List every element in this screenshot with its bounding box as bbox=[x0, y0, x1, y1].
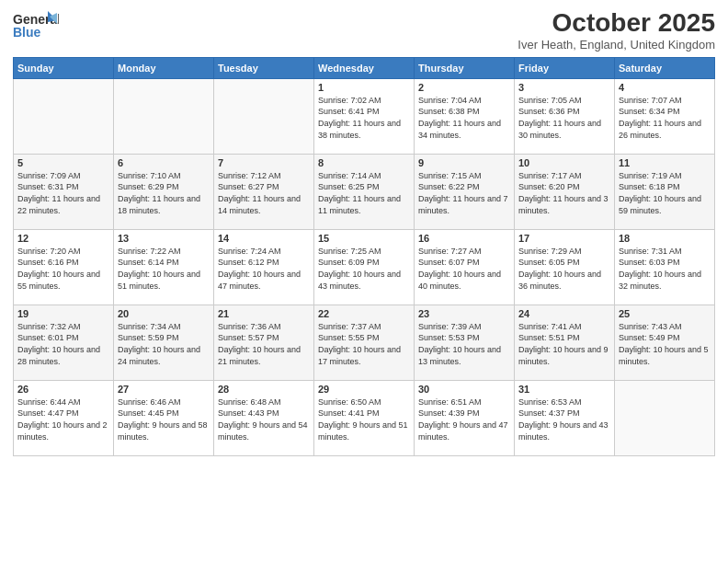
day-info: Sunrise: 7:07 AM Sunset: 6:34 PM Dayligh… bbox=[619, 95, 711, 141]
day-number: 17 bbox=[518, 233, 610, 244]
day-info: Sunrise: 6:51 AM Sunset: 4:39 PM Dayligh… bbox=[418, 396, 510, 442]
day-info: Sunrise: 7:09 AM Sunset: 6:31 PM Dayligh… bbox=[17, 170, 109, 216]
day-info: Sunrise: 7:27 AM Sunset: 6:07 PM Dayligh… bbox=[418, 246, 510, 292]
day-info: Sunrise: 7:31 AM Sunset: 6:03 PM Dayligh… bbox=[619, 246, 711, 292]
day-number: 15 bbox=[318, 233, 410, 244]
header-row: Sunday Monday Tuesday Wednesday Thursday… bbox=[14, 57, 715, 78]
week-row-4: 26Sunrise: 6:44 AM Sunset: 4:47 PM Dayli… bbox=[14, 380, 715, 455]
day-info: Sunrise: 7:25 AM Sunset: 6:09 PM Dayligh… bbox=[318, 246, 410, 292]
header-thursday: Thursday bbox=[415, 57, 515, 78]
calendar-cell: 16Sunrise: 7:27 AM Sunset: 6:07 PM Dayli… bbox=[415, 229, 515, 304]
calendar-cell: 25Sunrise: 7:43 AM Sunset: 5:49 PM Dayli… bbox=[615, 304, 715, 380]
day-info: Sunrise: 7:37 AM Sunset: 5:55 PM Dayligh… bbox=[318, 321, 410, 367]
calendar-cell: 17Sunrise: 7:29 AM Sunset: 6:05 PM Dayli… bbox=[515, 229, 615, 304]
page: GeneralBlue October 2025 Iver Heath, Eng… bbox=[0, 0, 728, 563]
day-number: 7 bbox=[218, 157, 310, 168]
day-info: Sunrise: 6:48 AM Sunset: 4:43 PM Dayligh… bbox=[218, 396, 310, 442]
day-number: 27 bbox=[118, 384, 210, 395]
day-info: Sunrise: 6:46 AM Sunset: 4:45 PM Dayligh… bbox=[118, 396, 210, 442]
day-info: Sunrise: 7:15 AM Sunset: 6:22 PM Dayligh… bbox=[418, 170, 510, 216]
day-number: 23 bbox=[418, 308, 510, 319]
day-info: Sunrise: 7:39 AM Sunset: 5:53 PM Dayligh… bbox=[418, 321, 510, 367]
calendar-cell: 8Sunrise: 7:14 AM Sunset: 6:25 PM Daylig… bbox=[314, 154, 415, 229]
calendar-cell bbox=[615, 380, 715, 455]
month-title: October 2025 bbox=[518, 9, 715, 38]
day-number: 18 bbox=[619, 233, 711, 244]
day-info: Sunrise: 6:44 AM Sunset: 4:47 PM Dayligh… bbox=[17, 396, 109, 442]
day-number: 9 bbox=[418, 157, 510, 168]
calendar-cell: 29Sunrise: 6:50 AM Sunset: 4:41 PM Dayli… bbox=[314, 380, 415, 455]
day-info: Sunrise: 7:02 AM Sunset: 6:41 PM Dayligh… bbox=[318, 95, 410, 141]
calendar-cell: 19Sunrise: 7:32 AM Sunset: 6:01 PM Dayli… bbox=[14, 304, 114, 380]
day-number: 14 bbox=[218, 233, 310, 244]
calendar-cell: 3Sunrise: 7:05 AM Sunset: 6:36 PM Daylig… bbox=[515, 78, 615, 154]
header-friday: Friday bbox=[515, 57, 615, 78]
calendar-cell: 20Sunrise: 7:34 AM Sunset: 5:59 PM Dayli… bbox=[114, 304, 214, 380]
calendar-cell: 18Sunrise: 7:31 AM Sunset: 6:03 PM Dayli… bbox=[615, 229, 715, 304]
day-number: 31 bbox=[518, 384, 610, 395]
day-info: Sunrise: 7:04 AM Sunset: 6:38 PM Dayligh… bbox=[418, 95, 510, 141]
calendar-table: Sunday Monday Tuesday Wednesday Thursday… bbox=[13, 57, 715, 456]
day-number: 25 bbox=[619, 308, 711, 319]
calendar-header: Sunday Monday Tuesday Wednesday Thursday… bbox=[14, 57, 715, 78]
day-number: 22 bbox=[318, 308, 410, 319]
day-number: 12 bbox=[17, 233, 109, 244]
day-number: 3 bbox=[518, 82, 610, 93]
calendar-cell: 7Sunrise: 7:12 AM Sunset: 6:27 PM Daylig… bbox=[214, 154, 314, 229]
day-info: Sunrise: 7:34 AM Sunset: 5:59 PM Dayligh… bbox=[118, 321, 210, 367]
week-row-2: 12Sunrise: 7:20 AM Sunset: 6:16 PM Dayli… bbox=[14, 229, 715, 304]
calendar-cell: 22Sunrise: 7:37 AM Sunset: 5:55 PM Dayli… bbox=[314, 304, 415, 380]
day-number: 1 bbox=[318, 82, 410, 93]
header-wednesday: Wednesday bbox=[314, 57, 415, 78]
day-info: Sunrise: 7:36 AM Sunset: 5:57 PM Dayligh… bbox=[218, 321, 310, 367]
day-number: 29 bbox=[318, 384, 410, 395]
day-info: Sunrise: 7:41 AM Sunset: 5:51 PM Dayligh… bbox=[518, 321, 610, 367]
location: Iver Heath, England, United Kingdom bbox=[518, 38, 715, 52]
day-info: Sunrise: 7:24 AM Sunset: 6:12 PM Dayligh… bbox=[218, 246, 310, 292]
day-number: 2 bbox=[418, 82, 510, 93]
calendar-cell: 9Sunrise: 7:15 AM Sunset: 6:22 PM Daylig… bbox=[415, 154, 515, 229]
day-info: Sunrise: 7:12 AM Sunset: 6:27 PM Dayligh… bbox=[218, 170, 310, 216]
day-number: 16 bbox=[418, 233, 510, 244]
header-monday: Monday bbox=[114, 57, 214, 78]
day-number: 19 bbox=[17, 308, 109, 319]
header-saturday: Saturday bbox=[615, 57, 715, 78]
day-number: 30 bbox=[418, 384, 510, 395]
calendar-cell: 21Sunrise: 7:36 AM Sunset: 5:57 PM Dayli… bbox=[214, 304, 314, 380]
day-info: Sunrise: 7:20 AM Sunset: 6:16 PM Dayligh… bbox=[17, 246, 109, 292]
day-number: 10 bbox=[518, 157, 610, 168]
calendar-cell: 10Sunrise: 7:17 AM Sunset: 6:20 PM Dayli… bbox=[515, 154, 615, 229]
week-row-1: 5Sunrise: 7:09 AM Sunset: 6:31 PM Daylig… bbox=[14, 154, 715, 229]
calendar-cell bbox=[214, 78, 314, 154]
day-info: Sunrise: 7:22 AM Sunset: 6:14 PM Dayligh… bbox=[118, 246, 210, 292]
calendar-cell: 28Sunrise: 6:48 AM Sunset: 4:43 PM Dayli… bbox=[214, 380, 314, 455]
day-info: Sunrise: 7:32 AM Sunset: 6:01 PM Dayligh… bbox=[17, 321, 109, 367]
week-row-3: 19Sunrise: 7:32 AM Sunset: 6:01 PM Dayli… bbox=[14, 304, 715, 380]
calendar-cell: 6Sunrise: 7:10 AM Sunset: 6:29 PM Daylig… bbox=[114, 154, 214, 229]
day-number: 20 bbox=[118, 308, 210, 319]
calendar-cell bbox=[114, 78, 214, 154]
calendar-cell: 14Sunrise: 7:24 AM Sunset: 6:12 PM Dayli… bbox=[214, 229, 314, 304]
title-block: October 2025 Iver Heath, England, United… bbox=[518, 9, 715, 52]
day-info: Sunrise: 7:29 AM Sunset: 6:05 PM Dayligh… bbox=[518, 246, 610, 292]
logo: GeneralBlue bbox=[13, 9, 59, 44]
day-number: 11 bbox=[619, 157, 711, 168]
day-info: Sunrise: 7:17 AM Sunset: 6:20 PM Dayligh… bbox=[518, 170, 610, 216]
day-number: 5 bbox=[17, 157, 109, 168]
calendar-cell: 31Sunrise: 6:53 AM Sunset: 4:37 PM Dayli… bbox=[515, 380, 615, 455]
calendar-cell: 13Sunrise: 7:22 AM Sunset: 6:14 PM Dayli… bbox=[114, 229, 214, 304]
header-tuesday: Tuesday bbox=[214, 57, 314, 78]
day-number: 21 bbox=[218, 308, 310, 319]
calendar-body: 1Sunrise: 7:02 AM Sunset: 6:41 PM Daylig… bbox=[14, 78, 715, 455]
day-number: 8 bbox=[318, 157, 410, 168]
calendar-cell: 23Sunrise: 7:39 AM Sunset: 5:53 PM Dayli… bbox=[415, 304, 515, 380]
day-info: Sunrise: 7:10 AM Sunset: 6:29 PM Dayligh… bbox=[118, 170, 210, 216]
week-row-0: 1Sunrise: 7:02 AM Sunset: 6:41 PM Daylig… bbox=[14, 78, 715, 154]
day-info: Sunrise: 7:19 AM Sunset: 6:18 PM Dayligh… bbox=[619, 170, 711, 216]
logo-svg: GeneralBlue bbox=[13, 9, 59, 44]
calendar-cell: 26Sunrise: 6:44 AM Sunset: 4:47 PM Dayli… bbox=[14, 380, 114, 455]
svg-text:Blue: Blue bbox=[13, 25, 41, 40]
calendar-cell: 27Sunrise: 6:46 AM Sunset: 4:45 PM Dayli… bbox=[114, 380, 214, 455]
day-number: 24 bbox=[518, 308, 610, 319]
day-number: 28 bbox=[218, 384, 310, 395]
